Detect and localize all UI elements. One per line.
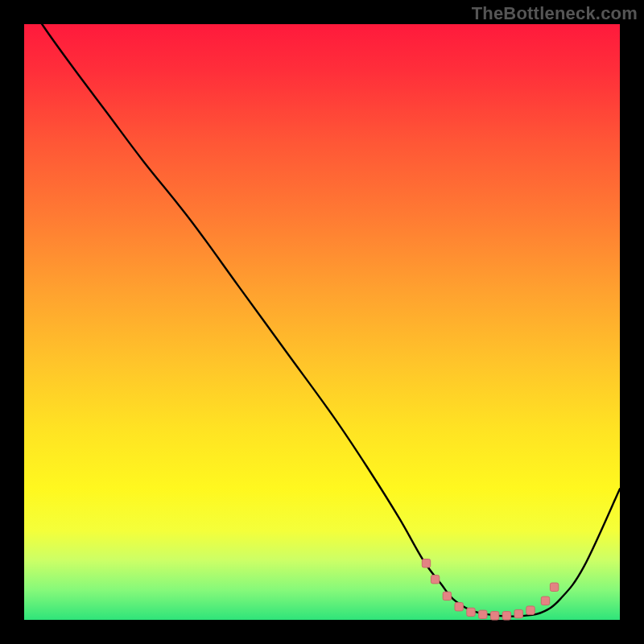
curve-marker xyxy=(479,610,487,618)
marker-layer xyxy=(422,559,559,621)
curve-marker xyxy=(550,583,558,591)
curve-marker xyxy=(467,608,475,616)
curve-marker xyxy=(431,575,439,583)
bottleneck-curve xyxy=(24,0,620,617)
curve-marker xyxy=(502,612,510,620)
curve-marker xyxy=(455,603,463,611)
chart-frame: TheBottleneck.com xyxy=(0,0,644,644)
plot-area xyxy=(24,24,620,620)
curve-marker xyxy=(443,592,451,600)
curve-marker xyxy=(490,612,498,620)
curve-marker xyxy=(514,609,522,617)
watermark-text: TheBottleneck.com xyxy=(472,3,638,24)
curve-marker xyxy=(526,606,535,614)
curve-marker xyxy=(541,597,549,605)
chart-svg xyxy=(24,24,620,620)
curve-marker xyxy=(422,559,430,568)
